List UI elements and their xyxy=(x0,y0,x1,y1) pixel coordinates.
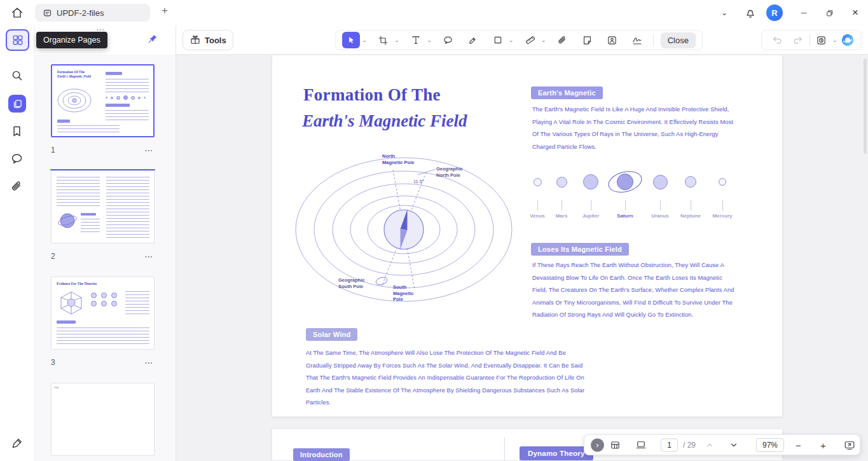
shape-tool-chevron-icon[interactable]: ⌄ xyxy=(508,38,514,43)
signature-icon xyxy=(631,34,643,46)
planet-mercury: Mercury xyxy=(703,167,741,219)
mini-text xyxy=(57,125,120,134)
tools-button[interactable]: Tools xyxy=(183,30,233,50)
history-toolbar: ⌄ xyxy=(761,30,862,50)
home-icon[interactable] xyxy=(10,6,24,20)
avatar-initial: R xyxy=(766,4,783,21)
measure-tool-button[interactable] xyxy=(521,32,539,48)
viewer-scrollbar[interactable] xyxy=(864,58,867,154)
paperclip-icon xyxy=(557,35,568,46)
zoom-in-button[interactable]: + xyxy=(820,439,826,450)
avatar[interactable]: R xyxy=(766,0,783,25)
page-thumbnail-3[interactable]: Evidence For The Theories xyxy=(51,277,155,350)
crop-icon xyxy=(378,35,389,46)
new-tab-button[interactable]: + xyxy=(158,4,171,17)
sidebar-page-thumbnails-button[interactable] xyxy=(8,95,26,113)
mini-title: Evidence For The Theories xyxy=(57,282,97,286)
next-page-chevron-icon[interactable] xyxy=(729,441,738,450)
redo-button[interactable] xyxy=(789,32,806,48)
zoom-level-button[interactable]: 97% xyxy=(756,438,784,452)
measure-tool-chevron-icon[interactable]: ⌄ xyxy=(541,38,547,43)
notifications-bell-icon[interactable] xyxy=(743,0,758,25)
document-viewer[interactable]: Formation Of The Earth's Magnetic Field … xyxy=(176,55,868,461)
window-close-button[interactable]: × xyxy=(848,0,863,25)
mini-text xyxy=(106,110,149,121)
pin-panel-icon[interactable] xyxy=(147,33,158,45)
toolbar-divider xyxy=(809,34,810,46)
pdf-page-1[interactable]: Formation Of The Earth's Magnetic Field … xyxy=(272,55,782,416)
text-tool-chevron-icon[interactable]: ⌄ xyxy=(426,38,432,43)
doc-paragraph-magnetic: The Earth's Magnetic Field Is Like A Hug… xyxy=(532,104,737,153)
mini-dots xyxy=(91,292,119,306)
thumbnail-menu-button[interactable]: ⋯ xyxy=(144,358,155,368)
comment-icon xyxy=(443,35,453,46)
chat-bubble-icon xyxy=(10,152,24,165)
sidebar-signature-pen-button[interactable] xyxy=(10,437,24,451)
version-history-button[interactable] xyxy=(813,32,830,48)
bookmark-icon xyxy=(10,125,24,138)
document-tab[interactable]: UPDF-2-files xyxy=(35,4,150,22)
thumbnail-item-1: Formation Of The Earth's Magnetic Field xyxy=(51,64,155,157)
thumbnail-item-4: rue 4 ⋯ xyxy=(51,383,155,461)
crop-tool-chevron-icon[interactable]: ⌄ xyxy=(394,38,400,43)
previous-page-chevron-icon[interactable] xyxy=(705,441,714,450)
pen-annotate-tool-button[interactable] xyxy=(464,32,482,48)
close-tools-button[interactable]: Close xyxy=(661,32,696,48)
page-number-input[interactable] xyxy=(661,438,678,451)
expand-nav-button[interactable]: › xyxy=(591,438,604,451)
select-tool-chevron-icon[interactable]: ⌄ xyxy=(361,38,368,43)
titlebar-menu-chevron-icon[interactable]: ⌄ xyxy=(717,0,731,25)
planet-jupiter: Jupiter xyxy=(572,167,610,219)
sticker-tool-button[interactable] xyxy=(579,32,596,48)
sidebar-comments-button[interactable] xyxy=(10,152,24,166)
paperclip-icon xyxy=(10,180,24,193)
select-tool-button[interactable] xyxy=(342,32,360,48)
mini-field-diagram xyxy=(56,86,93,115)
thumbnail-menu-button[interactable]: ⋯ xyxy=(144,252,155,261)
thumbnail-menu-button[interactable]: ⋯ xyxy=(144,146,155,155)
sidebar-organize-pages-button[interactable] xyxy=(6,29,29,51)
page-thumbnail-2[interactable] xyxy=(51,170,155,244)
mini-badge xyxy=(106,104,130,107)
slideshow-mode-icon[interactable] xyxy=(635,439,647,451)
titlebar: UPDF-2-files + ⌄ R ─ × xyxy=(0,0,868,25)
sidebar-bookmarks-button[interactable] xyxy=(10,125,24,139)
thumbnail-page-number: 2 xyxy=(51,252,55,261)
sidebar-attachments-button[interactable] xyxy=(10,180,24,194)
ai-assistant-button[interactable] xyxy=(841,33,855,47)
fit-screen-icon[interactable] xyxy=(844,439,855,451)
mini-badge xyxy=(81,213,96,216)
mini-note: rue xyxy=(54,385,59,389)
signature-tool-button[interactable] xyxy=(628,32,646,48)
stamp-tool-button[interactable] xyxy=(603,32,621,48)
page-thumbnail-4[interactable]: rue xyxy=(51,383,155,456)
text-icon xyxy=(411,35,421,45)
toolbox-icon xyxy=(189,34,201,46)
label-geographic-south-pole: Geographic South Pole xyxy=(338,277,374,289)
organize-pages-tooltip: Organize Pages xyxy=(36,32,107,48)
doc-title-line2: Earth's Magnetic Field xyxy=(302,111,467,131)
comment-tool-button[interactable] xyxy=(439,32,457,48)
doc-badge-dynamo-theory: Dynamo Theory xyxy=(520,446,593,460)
thumbnail-view-icon[interactable] xyxy=(610,439,621,450)
mini-network-diagram xyxy=(57,289,86,316)
window-minimize-button[interactable]: ─ xyxy=(796,0,811,25)
thumbnail-list: Formation Of The Earth's Magnetic Field xyxy=(35,55,176,461)
undo-icon xyxy=(772,35,783,46)
crop-page-tool-button[interactable] xyxy=(375,32,392,48)
window-restore-button[interactable] xyxy=(822,0,837,25)
insert-indicator xyxy=(50,169,155,170)
mini-text xyxy=(125,291,149,317)
version-history-chevron-icon[interactable]: ⌄ xyxy=(832,38,838,43)
mini-text xyxy=(106,177,149,238)
search-icon xyxy=(10,69,24,82)
page-thumbnail-1[interactable]: Formation Of The Earth's Magnetic Field xyxy=(51,64,155,137)
doc-title-line1: Formation Of The xyxy=(303,85,441,105)
mini-badge xyxy=(106,72,122,75)
zoom-out-button[interactable]: − xyxy=(796,439,801,450)
attachment-tool-button[interactable] xyxy=(554,32,572,48)
sidebar-search-button[interactable] xyxy=(10,69,24,83)
text-tool-button[interactable] xyxy=(407,32,425,48)
undo-button[interactable] xyxy=(768,32,786,48)
shape-tool-button[interactable] xyxy=(489,32,507,48)
